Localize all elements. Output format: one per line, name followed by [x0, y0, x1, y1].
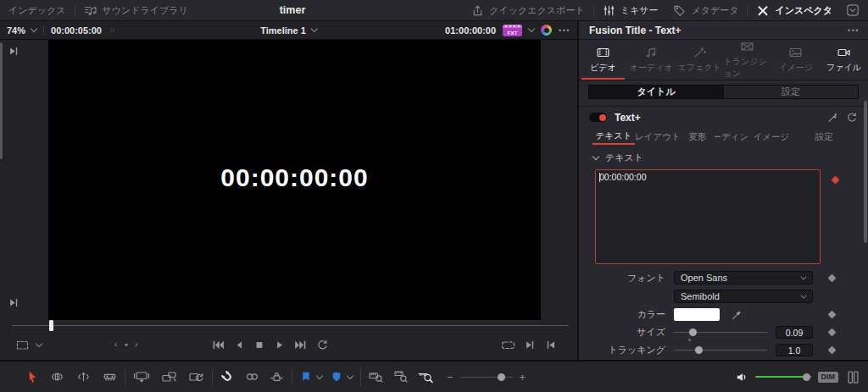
full-extent-zoom-button[interactable] [369, 370, 384, 384]
quick-export-button[interactable]: クイックエクスポート [471, 4, 584, 17]
go-to-start-button[interactable] [211, 339, 225, 351]
zoom-select[interactable]: 74% [7, 25, 36, 36]
tab-file[interactable]: ファイル [820, 40, 868, 80]
viewer-options-button[interactable]: ••• [559, 26, 570, 35]
tab-shading[interactable]: シェーディング [715, 130, 748, 145]
tab-image[interactable]: イメージ [771, 40, 820, 80]
loop-playback-button[interactable] [316, 339, 329, 351]
match-frame-out-button[interactable] [525, 340, 536, 351]
keyframe-diamond-icon[interactable] [827, 273, 836, 282]
speaker-icon[interactable] [735, 371, 748, 384]
tab-effects[interactable]: エフェクト [676, 40, 724, 80]
detail-zoom-button[interactable] [393, 370, 409, 384]
keyframe-diamond-icon[interactable] [827, 311, 836, 319]
keyframe-dot-button[interactable]: ● [125, 341, 128, 347]
metadata-button[interactable]: メタデータ [673, 4, 738, 17]
size-value[interactable]: 0.09 [776, 326, 813, 339]
view-switcher: タイトル 設定 [579, 80, 868, 106]
tab-transform[interactable]: 変形 [681, 130, 715, 145]
go-to-end-button[interactable] [294, 339, 308, 351]
dim-audio-button[interactable]: DIM [818, 372, 839, 383]
audio-meters-icon[interactable] [847, 370, 860, 384]
tab-audio[interactable]: オーディオ [627, 40, 676, 80]
modifier-wand-icon[interactable] [826, 112, 838, 124]
inspector-scrollbar[interactable] [864, 101, 867, 243]
keyframe-diamond-icon[interactable] [827, 329, 836, 337]
next-keyframe-button[interactable]: › [135, 339, 138, 349]
text-input[interactable]: 00:00:00:00 [595, 169, 821, 264]
chevron-down-icon[interactable] [316, 372, 323, 378]
transform-tool-button[interactable] [15, 339, 30, 351]
font-style-select[interactable]: Semibold [674, 290, 813, 303]
tab-image2[interactable]: イメージ [748, 130, 794, 145]
chevron-down-icon[interactable] [347, 372, 353, 378]
zoom-out-button[interactable]: − [447, 371, 453, 384]
trim-edit-mode-button[interactable] [50, 370, 64, 384]
loop-range-button[interactable] [501, 339, 515, 351]
flag-button[interactable] [300, 371, 312, 383]
mixer-button[interactable]: ミキサー [603, 4, 659, 17]
camera-file-icon [837, 46, 851, 59]
link-clips-button[interactable] [245, 370, 259, 384]
sound-library-button[interactable]: サウンドライブラリ [84, 4, 188, 17]
step-back-button[interactable] [233, 339, 245, 351]
stop-button[interactable] [253, 339, 265, 351]
divider [593, 5, 594, 16]
tab-settings2[interactable]: 設定 [794, 130, 854, 145]
left-scrollbar[interactable] [0, 42, 3, 159]
video-canvas[interactable]: 00:00:00:00 [48, 40, 541, 320]
fx-template-badge-icon[interactable]: FXT [503, 25, 522, 36]
panel-collapse-button[interactable] [846, 3, 860, 17]
volume-slider[interactable] [755, 371, 811, 383]
chevron-down-icon [800, 292, 806, 298]
index-button[interactable]: インデックス [8, 4, 66, 17]
timeline-zoom-slider[interactable] [460, 371, 513, 383]
chevron-down-icon[interactable] [528, 25, 535, 32]
timeline-select[interactable]: Timeline 1 [260, 25, 317, 36]
chevron-down-icon [800, 273, 806, 279]
tab-transition[interactable]: トランジション [723, 40, 771, 80]
reset-icon[interactable] [846, 112, 858, 124]
chevron-down-icon[interactable] [36, 340, 42, 347]
snapping-magnet-button[interactable] [220, 370, 235, 384]
source-timecode[interactable]: 00:00:05:00 [51, 25, 102, 36]
eyedropper-icon[interactable] [731, 309, 743, 321]
tab-video[interactable]: ビデオ [579, 40, 627, 80]
dynamic-trim-button[interactable] [76, 370, 91, 384]
razor-tool-button[interactable] [103, 370, 117, 384]
size-slider[interactable] [674, 326, 767, 340]
viewer-toolbar: 74% 00:00:05:00 Timeline 1 01:00:00:00 F… [0, 21, 577, 40]
custom-zoom-button[interactable] [418, 370, 435, 384]
playhead-handle[interactable] [49, 320, 53, 331]
color-wheel-icon[interactable] [541, 25, 552, 36]
match-frame-in-button[interactable] [545, 340, 556, 351]
font-family-select[interactable]: Open Sans [674, 271, 813, 284]
keyframe-diamond-icon[interactable] [832, 176, 840, 185]
enable-toggle[interactable] [589, 113, 607, 122]
insert-clip-button[interactable] [133, 370, 150, 384]
tab-text[interactable]: テキスト [593, 130, 635, 145]
view-tab-settings[interactable]: 設定 [723, 86, 858, 98]
overwrite-clip-button[interactable] [161, 370, 177, 384]
play-button[interactable] [274, 339, 286, 351]
prev-keyframe-button[interactable]: ‹ [114, 339, 118, 349]
zoom-in-button[interactable]: + [520, 371, 526, 384]
jump-next-clip-icon[interactable] [8, 297, 19, 308]
tracking-slider[interactable] [674, 344, 767, 357]
color-swatch[interactable] [674, 308, 720, 321]
jump-next-clip-icon[interactable] [8, 46, 19, 57]
replace-clip-button[interactable] [188, 370, 204, 384]
marker-button[interactable] [331, 371, 342, 383]
keyframe-diamond-icon[interactable] [827, 346, 836, 355]
view-tab-title[interactable]: タイトル [589, 86, 723, 98]
tracking-value[interactable]: 1.0 [776, 344, 813, 356]
selection-mode-button[interactable] [25, 370, 39, 384]
position-lock-button[interactable] [270, 370, 284, 384]
text-section-header[interactable]: テキスト [579, 146, 868, 168]
tab-layout[interactable]: レイアウト [635, 130, 681, 145]
inspector-button[interactable]: インスペクタ [756, 4, 832, 17]
viewer-scrubber[interactable] [0, 320, 577, 331]
record-timecode[interactable]: 01:00:00:00 [445, 25, 496, 36]
inspector-options-button[interactable]: ••• [848, 26, 860, 35]
scrubber-track[interactable] [12, 325, 569, 326]
